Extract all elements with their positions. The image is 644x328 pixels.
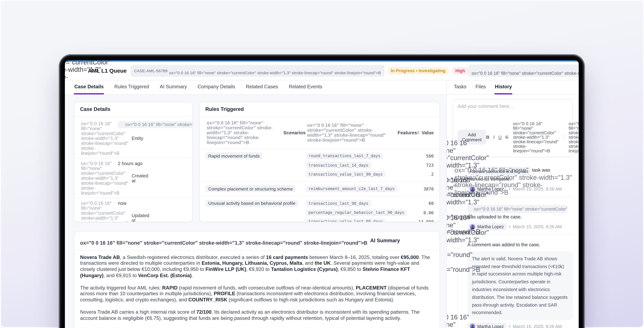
feature-row: percentage_regular_behavior_last_90_days… — [306, 208, 434, 217]
ai-text-bold: PROFILE — [214, 291, 235, 297]
check-icon: ox="0 0 16 16" fill="none" stroke="curre… — [472, 66, 579, 75]
rule-group: Complex placement or structuring schemer… — [200, 181, 439, 196]
main-column: Case DetailsRules TriggeredAI SummaryCom… — [65, 80, 446, 328]
tab-case-details[interactable]: Case Details — [74, 80, 104, 94]
rules-triggered-title: Rules Triggered — [200, 102, 439, 116]
case-detail-row: ox="0 0 16 16" fill="none" stroke="curre… — [74, 157, 192, 197]
priority-badge[interactable]: High — [452, 67, 468, 74]
format-toolbar: BIUSox="0 0 16 16" fill="none" stroke="c… — [486, 121, 579, 153]
rule-features-cell: round_transactions_last_7_days500transac… — [306, 151, 434, 179]
feature-row: reimbursement_amount_c2e_last_7_days3870 — [306, 184, 434, 193]
copy-icon: ox="0 0 16 16" fill="none" stroke="curre… — [169, 66, 381, 75]
sidebar: TasksFilesHistory Add Comment BIUSox="0 … — [446, 80, 579, 328]
ai-text: , €9,850 to — [338, 267, 362, 272]
ai-text: . — [192, 273, 193, 278]
rule-scenario-cell: Complex placement or structuring scheme — [205, 184, 306, 193]
sparkles-icon: ox="0 0 16 16" fill="none" stroke="curre… — [80, 235, 367, 246]
ai-text-bold: Tantalion Logistics (Cyprus) — [271, 267, 338, 272]
sidebar-content: Add Comment BIUSox="0 0 16 16" fill="non… — [447, 95, 579, 328]
feature-name-badge: transactions_last_14_days — [306, 162, 371, 168]
col-features: Features — [398, 130, 417, 135]
tab-company-details[interactable]: Company Details — [197, 80, 236, 94]
tab-related-events[interactable]: Related Events — [288, 80, 323, 94]
strikethrough-button[interactable]: S — [505, 135, 508, 139]
rule-scenario-badge: Rapid movement of funds — [205, 152, 262, 159]
rule-features-cell: transactions_last_90_days60percentage_re… — [306, 199, 434, 222]
col-scenarios: Scenarios — [283, 130, 306, 135]
feature-row: transactions_last_90_days60 — [306, 199, 434, 208]
ai-text-bold: VenCorp Est. (Estonia) — [138, 273, 192, 278]
ai-text: (rapid movement of funds, with consecuti… — [178, 285, 356, 291]
feature-name-badge: round_transactions_last_7_days — [306, 153, 383, 159]
case-id-label: CASE-AML-56789 — [134, 68, 168, 73]
feature-value: 723 — [422, 163, 434, 167]
case-id-badge[interactable]: CASE-AML-56789ox="0 0 16 16" fill="none"… — [131, 65, 384, 76]
ai-text: The activity triggered four AML rules: — [80, 285, 162, 291]
field-label-text: Entity — [132, 136, 143, 141]
magnifier-icon: ox="0 0 16 16" fill="none" stroke="curre… — [80, 328, 360, 328]
feature-row: round_transactions_last_7_days500 — [306, 151, 434, 161]
building-icon: ox="0 0 16 16" fill="none" stroke="curre… — [121, 122, 192, 127]
feature-name-badge: transactions_value_last_90_days — [306, 218, 386, 222]
field-label: ox="0 0 16 16" fill="none" stroke="curre… — [80, 160, 118, 195]
meta-dot: • — [509, 224, 510, 229]
ai-text-bold: Estonia, Hungary, Lithuania, Cyprus, Mal… — [202, 261, 302, 266]
main-content: Case Details ox="0 0 16 16" fill="none" … — [65, 95, 446, 328]
ai-text: , a Swedish-registered electronics distr… — [120, 254, 266, 260]
list-icon: ox="0 0 16 16" fill="none" stroke="curre… — [205, 120, 281, 145]
link-icon[interactable]: ox="0 0 16 16" fill="none" stroke="curre… — [512, 121, 560, 153]
meta-dot: • — [509, 324, 510, 328]
history-timestamp: March 15, 2025, 9:26 AM — [513, 324, 562, 328]
page: ox="0 0 16 16" fill="none" stroke="curre… — [0, 0, 644, 328]
feature-value: 14.000 — [414, 219, 434, 222]
ai-text-bold: 72/100 — [196, 309, 212, 315]
recommended-action-heading: ox="0 0 16 16" fill="none" stroke="curre… — [80, 328, 434, 328]
field-label: ox="0 0 16 16" fill="none" stroke="curre… — [80, 200, 118, 222]
rule-scenario-badge: Complex placement or structuring scheme — [205, 185, 296, 192]
case-detail-row: ox="0 0 16 16" fill="none" stroke="curre… — [74, 197, 192, 222]
italic-button[interactable]: I — [493, 135, 495, 139]
sidebar-tab-history[interactable]: History — [494, 80, 512, 94]
feature-row: transactions_value_last_90_days14.000 — [306, 217, 434, 222]
sidebar-tab-files[interactable]: Files — [475, 80, 486, 94]
ai-text: , €9,920 to — [246, 267, 271, 272]
laptop-frame: ox="0 0 16 16" fill="none" stroke="curre… — [59, 54, 585, 328]
bullet-list-icon[interactable]: ox="0 0 16 16" fill="none" stroke="curre… — [568, 121, 579, 153]
case-details-title: Case Details — [74, 102, 192, 116]
rules-table-body: Rapid movement of fundsround_transaction… — [200, 149, 439, 222]
updated-status-badge: ox="0 0 16 16" fill="none" stroke="curre… — [468, 64, 579, 77]
ai-paragraph: Novera Trade AB, a Swedish-registered el… — [80, 254, 434, 279]
feature-row: transactions_value_last_90_days2 — [306, 170, 434, 179]
app-window: ox="0 0 16 16" fill="none" stroke="curre… — [65, 60, 579, 328]
field-label-text: Created at — [132, 173, 148, 183]
underline-button[interactable]: U — [498, 135, 502, 139]
feature-name-badge: reimbursement_amount_c2e_last_7_days — [306, 186, 398, 192]
rules-table-header: ox="0 0 16 16" fill="none" stroke="curre… — [200, 116, 439, 149]
sidebar-tab-tasks[interactable]: Tasks — [454, 80, 467, 94]
history-timestamp: March 15, 2025, 9:26 AM — [513, 224, 562, 229]
feature-name-badge: percentage_regular_behavior_last_90_days — [306, 209, 407, 216]
feature-value: 500 — [422, 153, 434, 158]
tab-rules-triggered[interactable]: Rules Triggered — [114, 80, 150, 94]
file-icon: ox="0 0 16 16" fill="none" stroke="curre… — [452, 201, 462, 211]
main-tabbar: Case DetailsRules TriggeredAI SummaryCom… — [65, 80, 446, 95]
feature-value: 60 — [424, 201, 434, 206]
feature-value: 2 — [427, 172, 434, 177]
case-detail-row: ox="0 0 16 16" fill="none" stroke="curre… — [74, 118, 192, 157]
status-badge[interactable]: In Progress • Investigating — [388, 67, 449, 74]
ai-text-bold: COUNTRY_RISK — [188, 297, 227, 303]
entity-link-badge[interactable]: ox="0 0 16 16" fill="none" stroke="curre… — [118, 121, 193, 128]
ai-text: , and — [302, 261, 315, 266]
ai-summary-body: Novera Trade AB, a Swedish-registered el… — [74, 250, 439, 328]
hash-icon: # — [417, 130, 420, 135]
bold-button[interactable]: B — [486, 135, 490, 139]
ai-text-bold: RAPID — [162, 285, 178, 291]
comment-icon: ox="0 0 16 16" fill="none" stroke="curre… — [452, 239, 462, 249]
toolbar-divider — [564, 134, 564, 140]
tab-ai-summary[interactable]: AI Summary — [160, 80, 187, 94]
back-button[interactable]: ox="0 0 16 16" fill="none" stroke="curre… — [75, 66, 84, 75]
comment-input[interactable] — [458, 103, 568, 118]
calendar-icon: ox="0 0 16 16" fill="none" stroke="curre… — [80, 161, 129, 195]
tab-related-cases[interactable]: Related Cases — [246, 80, 279, 94]
rule-group: Unusual activity based on behavioral pro… — [200, 196, 439, 222]
